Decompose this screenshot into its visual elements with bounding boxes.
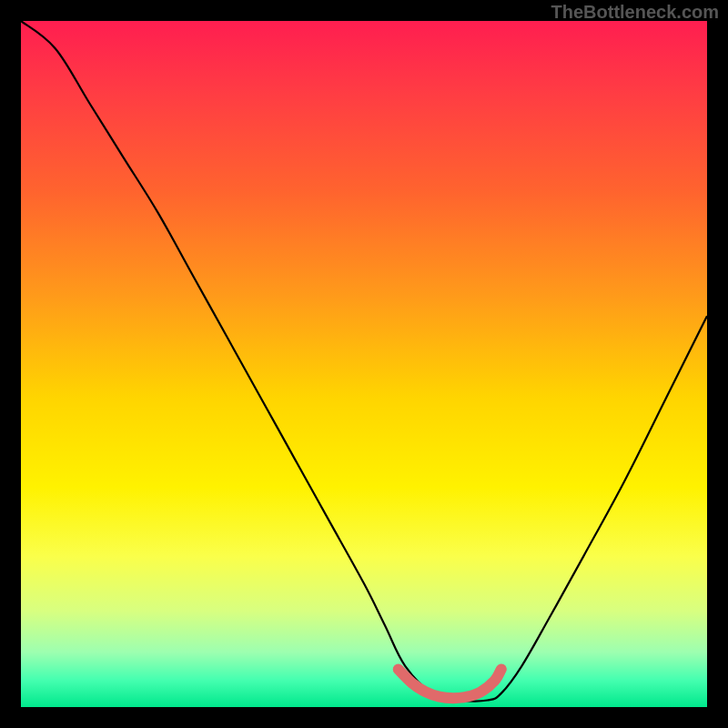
chart-svg — [21, 21, 707, 707]
bottleneck-curve — [21, 21, 707, 701]
watermark-text: TheBottleneck.com — [551, 2, 719, 23]
chart-plot-area — [21, 21, 707, 707]
sweet-spot-marker — [399, 670, 501, 699]
